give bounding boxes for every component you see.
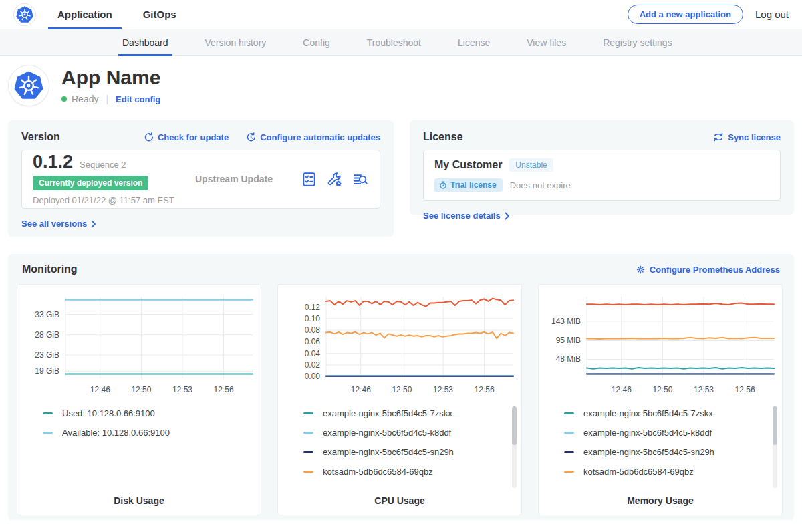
chevron-right-icon xyxy=(91,220,96,228)
svg-text:12:56: 12:56 xyxy=(735,385,755,394)
tab-version-history[interactable]: Version history xyxy=(205,29,267,55)
legend-label: Used: 10.128.0.66:9100 xyxy=(62,408,155,418)
legend-item: example-nginx-5bc6f5d4c5-k8ddf xyxy=(303,427,516,438)
cpu-usage-chart[interactable]: 12:4612:5012:5312:560.120.100.080.060.04… xyxy=(283,291,517,398)
legend-label: kotsadm-5db6dc6584-69qbz xyxy=(323,467,433,477)
top-nav: Application GitOps Add a new application… xyxy=(0,0,802,29)
cpu-usage-legend: example-nginx-5bc6f5d4c5-7zskxexample-ng… xyxy=(303,408,516,491)
logout-button[interactable]: Log out xyxy=(755,9,789,20)
svg-text:12:46: 12:46 xyxy=(612,385,632,394)
tab-troubleshoot[interactable]: Troubleshoot xyxy=(367,29,421,55)
legend-dash xyxy=(564,412,574,414)
edit-config-button[interactable] xyxy=(327,172,342,187)
tab-license[interactable]: License xyxy=(458,29,490,55)
legend-item: example-nginx-5bc6f5d4c5-sn29h xyxy=(303,446,516,457)
current-version-panel: 0.1.2 Sequence 2 Currently deployed vers… xyxy=(21,150,380,209)
divider: | xyxy=(106,94,108,104)
legend-scrollbar[interactable] xyxy=(512,406,517,488)
legend-item: example-nginx-5bc6f5d4c5-sn29h xyxy=(564,446,777,457)
trial-license-label: Trial license xyxy=(450,180,497,190)
svg-text:12:53: 12:53 xyxy=(694,385,714,394)
app-sub-nav: Dashboard Version history Config Trouble… xyxy=(0,29,802,56)
legend-label: example-nginx-5bc6f5d4c5-7zskx xyxy=(323,408,452,418)
license-card-title: License xyxy=(423,131,463,143)
page-title: App Name xyxy=(61,66,160,89)
gear-icon xyxy=(636,265,646,275)
tab-application-label: Application xyxy=(57,9,112,20)
configure-prometheus-link[interactable]: Configure Prometheus Address xyxy=(636,265,780,275)
legend-item: example-nginx-5bc6f5d4c5-7zskx xyxy=(303,408,516,418)
tab-application[interactable]: Application xyxy=(48,0,122,29)
tab-registry-settings[interactable]: Registry settings xyxy=(603,29,672,55)
edit-config-link[interactable]: Edit config xyxy=(116,94,160,104)
tab-gitops-label: GitOps xyxy=(143,9,176,20)
monitoring-section: Monitoring Configure Prometheus Address … xyxy=(8,254,794,520)
configure-prometheus-label: Configure Prometheus Address xyxy=(650,265,780,275)
preflight-checks-button[interactable] xyxy=(301,172,317,187)
sync-license-link[interactable]: Sync license xyxy=(713,132,781,142)
tab-config[interactable]: Config xyxy=(303,29,329,55)
legend-item: kotsadm-5db6dc6584-69qbz xyxy=(303,466,516,477)
chart-title-cpu: CPU Usage xyxy=(278,495,521,506)
kubernetes-logo[interactable] xyxy=(13,3,36,26)
check-for-update-link[interactable]: Check for update xyxy=(144,132,229,142)
scrollbar-thumb[interactable] xyxy=(512,406,517,445)
legend-label: example-nginx-5bc6f5d4c5-k8ddf xyxy=(323,428,451,438)
legend-item: example-nginx-5bc6f5d4c5-k8ddf xyxy=(564,427,777,438)
chevron-right-icon xyxy=(505,212,510,220)
legend-dash xyxy=(303,471,313,473)
memory-usage-chart-card: 12:4612:5012:5312:56143 MiB95 MiB48 MiB … xyxy=(538,284,783,515)
status-dot xyxy=(61,96,67,102)
legend-label: example-nginx-5bc6f5d4c5-sn29h xyxy=(323,447,454,457)
legend-dash xyxy=(43,412,53,414)
see-all-versions-link[interactable]: See all versions xyxy=(21,219,96,229)
tab-gitops[interactable]: GitOps xyxy=(134,0,186,29)
tab-dashboard[interactable]: Dashboard xyxy=(122,29,168,55)
see-all-versions-label: See all versions xyxy=(21,219,87,229)
disk-usage-chart[interactable]: 12:4612:5012:5312:5633 GiB28 GiB23 GiB19… xyxy=(23,291,257,398)
svg-text:0.06: 0.06 xyxy=(305,337,321,346)
svg-text:33 GiB: 33 GiB xyxy=(35,310,59,319)
svg-text:143 MiB: 143 MiB xyxy=(551,317,581,326)
legend-dash xyxy=(43,432,53,434)
configure-automatic-updates-link[interactable]: Configure automatic updates xyxy=(246,132,380,142)
see-license-details-link[interactable]: See license details xyxy=(423,211,510,221)
app-icon xyxy=(8,65,49,106)
legend-dash xyxy=(303,412,313,414)
svg-text:12:56: 12:56 xyxy=(214,385,234,394)
lines-magnifier-icon xyxy=(352,172,368,187)
kubernetes-app-icon xyxy=(14,71,43,100)
disk-usage-legend: Used: 10.128.0.66:9100Available: 10.128.… xyxy=(43,408,255,491)
legend-item: Used: 10.128.0.66:9100 xyxy=(43,408,255,418)
monitoring-title: Monitoring xyxy=(22,263,78,275)
svg-text:0.02: 0.02 xyxy=(305,360,321,370)
legend-label: Available: 10.128.0.66:9100 xyxy=(62,428,170,438)
legend-dash xyxy=(303,432,313,434)
legend-dash xyxy=(564,471,574,473)
svg-text:0.10: 0.10 xyxy=(305,314,321,323)
legend-dash xyxy=(303,451,313,453)
see-license-details-label: See license details xyxy=(423,211,501,221)
tab-view-files[interactable]: View files xyxy=(527,29,566,55)
svg-text:12:50: 12:50 xyxy=(131,385,151,394)
scrollbar-thumb[interactable] xyxy=(773,406,777,445)
wrench-gear-icon xyxy=(327,172,342,187)
memory-usage-chart[interactable]: 12:4612:5012:5312:56143 MiB95 MiB48 MiB xyxy=(544,291,778,398)
sync-license-label: Sync license xyxy=(728,132,781,142)
svg-text:0.04: 0.04 xyxy=(305,349,321,358)
svg-text:28 GiB: 28 GiB xyxy=(35,330,59,340)
svg-text:95 MiB: 95 MiB xyxy=(556,336,581,345)
legend-label: example-nginx-5bc6f5d4c5-7zskx xyxy=(583,408,713,418)
sync-icon xyxy=(713,132,724,142)
legend-item: kotsadm-5db6dc6584-69qbz xyxy=(564,466,777,477)
svg-text:0.00: 0.00 xyxy=(305,372,321,381)
configure-automatic-updates-label: Configure automatic updates xyxy=(260,132,380,142)
refresh-icon xyxy=(144,132,154,142)
svg-text:12:50: 12:50 xyxy=(392,385,412,394)
svg-text:12:56: 12:56 xyxy=(475,385,495,394)
legend-scrollbar[interactable] xyxy=(773,406,777,488)
svg-text:12:46: 12:46 xyxy=(351,385,371,394)
svg-text:12:53: 12:53 xyxy=(172,385,192,394)
add-new-application-button[interactable]: Add a new application xyxy=(628,5,743,24)
view-diff-button[interactable] xyxy=(352,172,368,187)
